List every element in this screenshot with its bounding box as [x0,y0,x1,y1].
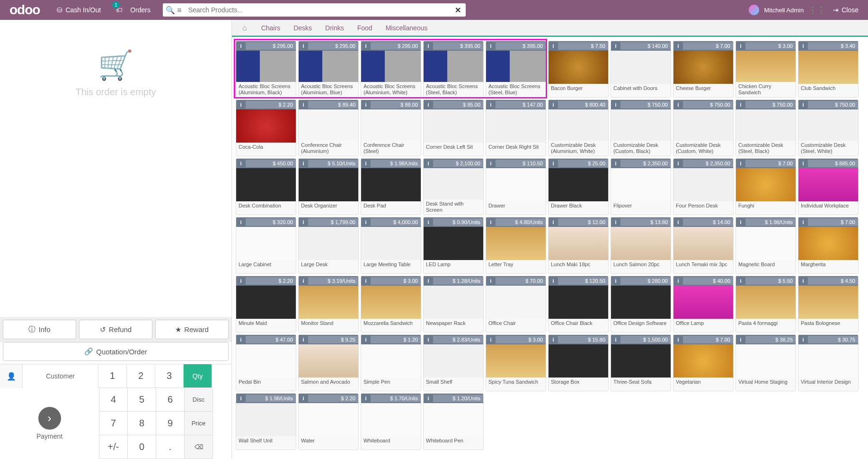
product-info-icon[interactable]: i [673,335,683,344]
product-info-icon[interactable]: i [673,217,683,227]
product-card[interactable]: i$ 320.00Large Cabinet [236,217,296,274]
key-price[interactable]: Price [185,412,213,435]
key-3[interactable]: 3 [155,364,184,388]
product-card[interactable]: i$ 0.90/UnitsLED Lamp [423,217,484,274]
product-info-icon[interactable]: i [549,100,558,109]
product-info-icon[interactable]: i [549,159,558,168]
product-card[interactable]: i$ 3.00Mozzarella Sandwich [361,276,421,333]
product-card[interactable]: i$ 7.00Funghi [735,158,796,215]
product-info-icon[interactable]: i [299,100,308,109]
product-card[interactable]: i$ 12.00Lunch Maki 18pc [548,217,609,274]
product-card[interactable]: i$ 280.00Office Design Software [611,276,671,333]
product-info-icon[interactable]: i [424,159,433,168]
user-name[interactable]: Mitchell Admin [764,7,804,14]
product-info-icon[interactable]: i [798,41,808,51]
product-info-icon[interactable]: i [299,335,308,344]
product-card[interactable]: i$ 140.00Cabinet with Doors [611,41,671,98]
product-info-icon[interactable]: i [236,394,246,403]
product-card[interactable]: i$ 2.83/UnitsSmall Shelf [423,334,484,391]
product-info-icon[interactable]: i [673,276,683,286]
product-card[interactable]: i$ 750.00Customizable Desk (Custom, Blac… [611,99,671,156]
product-card[interactable]: i$ 750.00Customizable Desk (Custom, Whit… [673,99,734,156]
product-card[interactable]: i$ 1.70/UnitsWhiteboard [361,393,421,450]
product-card[interactable]: i$ 110.50Drawer [486,158,546,215]
product-card[interactable]: i$ 395.00Acoustic Bloc Screens (Steel, B… [423,41,484,98]
product-card[interactable]: i$ 5.10/UnitsDesk Organizer [298,158,359,215]
product-card[interactable]: i$ 885.00Individual Workplace [798,158,859,215]
product-info-icon[interactable]: i [798,276,808,286]
product-card[interactable]: i$ 47.00Pedal Bin [236,334,296,391]
product-info-icon[interactable]: i [736,335,745,344]
product-card[interactable]: i$ 120.50Office Chair Black [548,276,609,333]
category-drinks[interactable]: Drinks [319,21,351,35]
orders-button[interactable]: 🏷 1 Orders [108,0,158,20]
product-card[interactable]: i$ 750.00Customizable Desk (Steel, White… [798,99,859,156]
product-info-icon[interactable]: i [486,217,496,227]
product-card[interactable]: i$ 7.00Cheese Burger [673,41,734,98]
product-card[interactable]: i$ 1.20Simple Pen [361,334,421,391]
product-info-icon[interactable]: i [486,276,496,286]
key-disc[interactable]: Disc [185,388,213,412]
product-card[interactable]: i$ 295.00Acoustic Bloc Screens (Aluminiu… [361,41,421,98]
product-info-icon[interactable]: i [361,394,371,403]
key-5[interactable]: 5 [128,388,156,412]
product-card[interactable]: i$ 25.00Drawer Black [548,158,609,215]
product-info-icon[interactable]: i [611,159,620,168]
product-info-icon[interactable]: i [236,159,246,168]
product-info-icon[interactable]: i [486,159,496,168]
category-chairs[interactable]: Chairs [255,21,287,35]
product-info-icon[interactable]: i [611,41,620,51]
product-card[interactable]: i$ 40.00Office Lamp [673,276,734,333]
product-info-icon[interactable]: i [673,100,683,109]
key-0[interactable]: 0 [128,435,156,459]
product-info-icon[interactable]: i [361,159,371,168]
product-card[interactable]: i$ 3.19/UnitsMonitor Stand [298,276,359,333]
product-info-icon[interactable]: i [361,100,371,109]
product-info-icon[interactable]: i [299,41,308,51]
info-button[interactable]: ⓘInfo [3,320,76,339]
product-card[interactable]: i$ 70.00Office Chair [486,276,546,333]
cash-in-out-button[interactable]: ⛁ Cash In/Out [49,0,108,20]
product-card[interactable]: i$ 3.40Club Sandwich [798,41,859,98]
product-card[interactable]: i$ 4.50Pasta Bolognese [798,276,859,333]
product-info-icon[interactable]: i [236,276,246,286]
product-info-icon[interactable]: i [549,335,558,344]
product-info-icon[interactable]: i [486,41,496,51]
product-info-icon[interactable]: i [299,276,308,286]
product-info-icon[interactable]: i [486,100,496,109]
customer-icon-button[interactable]: 👤 [0,364,23,388]
product-info-icon[interactable]: i [673,159,683,168]
home-category[interactable]: ⌂ [236,21,254,35]
product-card[interactable]: i$ 1.28/UnitsNewspaper Rack [423,276,484,333]
product-card[interactable]: i$ 295.00Acoustic Bloc Screens (Aluminiu… [236,41,296,98]
product-info-icon[interactable]: i [611,217,620,227]
key-8[interactable]: 8 [128,412,156,435]
product-info-icon[interactable]: i [361,335,371,344]
product-info-icon[interactable]: i [549,276,558,286]
product-info-icon[interactable]: i [424,41,433,51]
product-info-icon[interactable]: i [798,217,808,227]
category-desks[interactable]: Desks [287,21,319,35]
product-info-icon[interactable]: i [361,217,371,227]
customer-button[interactable]: Customer [23,364,98,388]
product-info-icon[interactable]: i [424,276,433,286]
product-card[interactable]: i$ 5.50Pasta 4 formaggi [735,276,796,333]
reward-button[interactable]: ★Reward [155,320,229,339]
product-info-icon[interactable]: i [424,217,433,227]
product-info-icon[interactable]: i [736,100,745,109]
product-card[interactable]: i$ 85.00Corner Desk Left Sit [423,99,484,156]
product-info-icon[interactable]: i [424,335,433,344]
product-card[interactable]: i$ 750.00Customizable Desk (Steel, Black… [735,99,796,156]
product-card[interactable]: i$ 1.98/UnitsWall Shelf Unit [236,393,296,450]
quotation-button[interactable]: 🔗Quotation/Order [3,342,229,361]
product-info-icon[interactable]: i [611,100,620,109]
key-7[interactable]: 7 [99,412,128,435]
product-info-icon[interactable]: i [424,100,433,109]
product-info-icon[interactable]: i [236,335,246,344]
product-card[interactable]: i$ 4,000.00Large Meeting Table [361,217,421,274]
product-card[interactable]: i$ 7.50Bacon Burger [548,41,609,98]
product-card[interactable]: i$ 1.98/UnitsDesk Pad [361,158,421,215]
product-info-icon[interactable]: i [798,100,808,109]
product-card[interactable]: i$ 3.00Chicken Curry Sandwich [735,41,796,98]
payment-button[interactable]: › Payment [0,388,99,459]
